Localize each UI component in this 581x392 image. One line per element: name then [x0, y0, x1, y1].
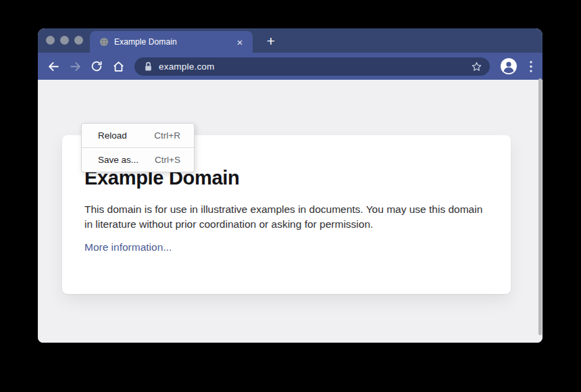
bookmark-star-button[interactable]	[468, 58, 484, 74]
url-text[interactable]: example.com	[159, 62, 468, 72]
back-icon	[47, 60, 60, 73]
tab-close-icon[interactable]: ×	[234, 36, 246, 48]
menu-item-label: Reload	[98, 130, 127, 141]
menu-item-shortcut: Ctrl+S	[155, 155, 180, 165]
context-menu-item-save-as[interactable]: Save as... Ctrl+S	[82, 148, 194, 172]
lock-icon	[144, 62, 153, 72]
favicon-icon	[99, 37, 109, 47]
browser-window: Example Domain × +	[38, 28, 542, 343]
browser-menu-button[interactable]	[523, 58, 539, 74]
new-tab-button[interactable]: +	[261, 31, 281, 51]
back-button[interactable]	[44, 57, 63, 76]
window-minimize-button[interactable]	[60, 36, 69, 45]
menu-item-shortcut: Ctrl+R	[154, 130, 180, 141]
toolbar: example.com	[38, 53, 542, 80]
address-bar[interactable]: example.com	[134, 57, 490, 76]
home-icon	[112, 60, 125, 73]
scrollbar[interactable]	[538, 78, 542, 335]
window-zoom-button[interactable]	[74, 36, 83, 45]
page-paragraph: This domain is for use in illustrative e…	[84, 202, 484, 231]
page-content: Example Domain This domain is for use in…	[38, 80, 542, 343]
forward-icon	[69, 60, 82, 73]
forward-button[interactable]	[66, 57, 84, 76]
tab-strip: Example Domain × +	[38, 28, 542, 53]
home-button[interactable]	[109, 57, 128, 76]
tab-title: Example Domain	[114, 37, 234, 47]
reload-icon	[91, 60, 103, 72]
context-menu: Reload Ctrl+R Save as... Ctrl+S	[81, 123, 195, 172]
context-menu-item-reload[interactable]: Reload Ctrl+R	[82, 124, 194, 147]
star-icon	[471, 61, 482, 72]
reload-button[interactable]	[87, 57, 106, 76]
desktop-background: { "tab": { "title": "Example Domain" }, …	[0, 0, 581, 392]
menu-dots-icon	[530, 61, 532, 72]
more-information-link[interactable]: More information...	[84, 241, 172, 253]
menu-item-label: Save as...	[98, 155, 138, 165]
window-close-button[interactable]	[46, 36, 55, 45]
window-controls	[46, 36, 83, 45]
tab-example-domain[interactable]: Example Domain ×	[90, 31, 253, 53]
avatar-icon	[500, 57, 517, 75]
profile-avatar-button[interactable]	[500, 57, 517, 75]
